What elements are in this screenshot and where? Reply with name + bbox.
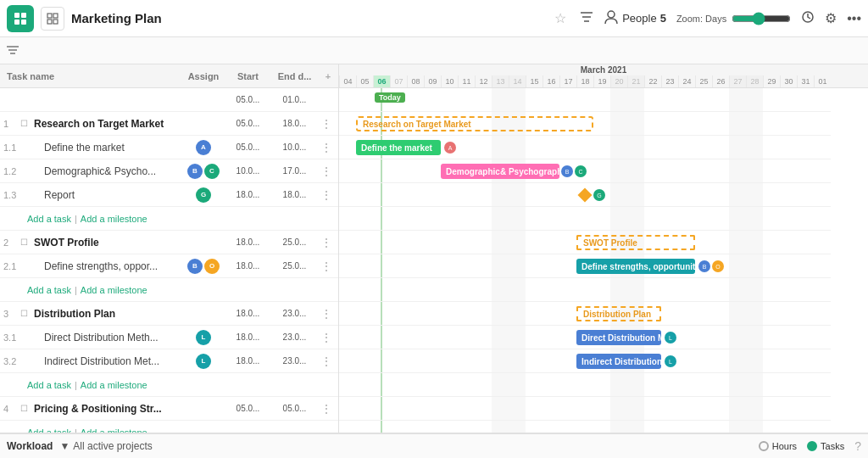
task-row[interactable]: 2.1 Define strengths, oppor... B O 18.0.… <box>0 254 338 278</box>
gantt-row: Define the marketA <box>339 136 831 159</box>
add-task-link[interactable]: Add a task <box>27 285 71 295</box>
gantt-bar[interactable]: Direct Distribution Methods <box>576 330 661 345</box>
hours-option[interactable]: Hours <box>759 441 797 451</box>
avatar: C <box>204 164 220 179</box>
column-headers: Task name Assign Start End d... + <box>0 64 338 88</box>
bar-avatar: O <box>712 260 724 272</box>
add-milestone-link[interactable]: Add a milestone <box>81 214 147 224</box>
svg-rect-4 <box>47 14 52 18</box>
task-row[interactable]: 3 ☐ Distribution Plan 18.0... 23.0... ⋮ <box>0 302 338 326</box>
gantt-bar[interactable]: Research on Target Market <box>356 116 593 131</box>
tasks-radio[interactable] <box>807 441 817 451</box>
grid-view-icon[interactable] <box>41 7 64 31</box>
gantt-row: Direct Distribution MethodsL <box>339 326 831 349</box>
avatar: L <box>196 354 211 369</box>
task-row[interactable]: 2 ☐ SWOT Profile 18.0... 25.0... ⋮ <box>0 231 338 254</box>
svg-point-11 <box>608 11 615 18</box>
avatar: B <box>187 164 203 179</box>
gantt-row <box>339 207 831 231</box>
add-task-row[interactable]: Add a task | Add a milestone <box>0 373 338 397</box>
svg-rect-2 <box>14 20 19 25</box>
svg-rect-0 <box>14 13 19 18</box>
task-row[interactable]: 3.1 Direct Distribution Meth... L 18.0..… <box>0 326 338 349</box>
task-rows: 05.0... 01.0... 1 ☐ Research on Target M… <box>0 88 338 433</box>
left-panel: Task name Assign Start End d... + 05.0..… <box>0 64 339 433</box>
bar-avatar: L <box>665 332 676 344</box>
workload-dropdown[interactable]: ▼ All active projects <box>59 440 152 452</box>
star-icon[interactable]: ☆ <box>554 10 566 26</box>
hours-radio[interactable] <box>759 441 769 451</box>
add-task-row[interactable]: Add a task | Add a milestone <box>0 207 338 231</box>
bar-avatar: B <box>698 260 710 272</box>
add-task-row[interactable]: Add a task | Add a milestone <box>0 278 338 302</box>
gantt-bar[interactable]: Indirect Distribution Methods <box>576 354 661 369</box>
add-milestone-link[interactable]: Add a milestone <box>81 380 147 390</box>
gantt-row: SWOT Profile <box>339 231 831 254</box>
gantt-row: G <box>339 183 831 207</box>
today-label: Today <box>375 92 405 103</box>
task-row[interactable]: 1 ☐ Research on Target Market 05.0... 18… <box>0 112 338 136</box>
help-icon[interactable]: ? <box>854 439 861 453</box>
gantt-bar[interactable]: Define the market <box>356 140 441 155</box>
sub-filter-btn[interactable] <box>7 45 19 57</box>
gantt-row: Define strengths, opportunities, wea...B… <box>339 254 831 278</box>
task-row[interactable]: 3.2 Indirect Distribution Met... L 18.0.… <box>0 349 338 373</box>
project-title: Marketing Plan <box>71 11 548 25</box>
gantt-bar[interactable]: SWOT Profile <box>576 235 695 250</box>
avatar: L <box>196 330 211 345</box>
gantt-body: TodayResearch on Target MarketDefine the… <box>339 88 831 433</box>
dropdown-arrow: ▼ <box>59 440 70 452</box>
gantt-row: Demographic& Psychographic ...BC <box>339 159 831 183</box>
gantt-row: Distribution Plan <box>339 302 831 326</box>
gantt-bar[interactable]: Distribution Plan <box>576 306 661 321</box>
zoom-label: Zoom: Days <box>676 14 726 24</box>
gantt-row <box>339 421 831 433</box>
gantt-bar[interactable]: Demographic& Psychographic ... <box>441 164 559 179</box>
gantt-row <box>339 373 831 397</box>
gantt-row <box>339 278 831 302</box>
avatar: A <box>196 140 211 155</box>
workload-options: Hours Tasks ? <box>759 439 861 453</box>
person-icon <box>604 9 619 27</box>
col-assign-header: Assign <box>182 71 225 81</box>
svg-rect-3 <box>21 20 26 25</box>
milestone-diamond <box>578 188 593 203</box>
add-task-link[interactable]: Add a task <box>27 214 71 224</box>
add-milestone-link[interactable]: Add a milestone <box>81 427 147 433</box>
add-milestone-link[interactable]: Add a milestone <box>81 285 147 295</box>
task-row[interactable]: 1.1 Define the market A 05.0... 10.0... … <box>0 136 338 159</box>
avatar: G <box>196 187 211 203</box>
gantt-header: March 2021040506070809101112131415161718… <box>339 64 868 88</box>
filter-icon[interactable] <box>580 11 593 26</box>
col-start-header: Start <box>225 71 271 81</box>
dropdown-label: All active projects <box>73 440 152 452</box>
add-task-link[interactable]: Add a task <box>27 380 71 390</box>
people-section[interactable]: People 5 <box>604 9 666 27</box>
gantt-row: Today <box>339 88 831 112</box>
more-icon[interactable]: ••• <box>847 11 861 26</box>
avatar: O <box>204 259 220 274</box>
tasks-option[interactable]: Tasks <box>807 441 844 451</box>
task-row[interactable]: 1.3 Report G 18.0... 18.0... ⋮ <box>0 183 338 207</box>
task-row[interactable]: 1.2 Demographic& Psycho... B C 10.0... 1… <box>0 159 338 183</box>
workload-label: Workload <box>7 440 53 452</box>
sub-header <box>0 37 868 64</box>
bar-avatar: B <box>561 165 573 177</box>
col-end-header: End d... <box>271 71 318 81</box>
task-row[interactable]: 4 ☐ Pricing & Positioning Str... 05.0...… <box>0 397 338 421</box>
bar-avatar: A <box>444 142 456 154</box>
date-row: 05.0... 01.0... <box>0 88 338 112</box>
col-add-btn[interactable]: + <box>318 71 338 81</box>
app-logo <box>7 5 34 32</box>
main-content: Task name Assign Start End d... + 05.0..… <box>0 64 868 433</box>
hours-label: Hours <box>772 441 797 451</box>
gantt-row: Indirect Distribution MethodsL <box>339 349 831 373</box>
col-task-header: Task name <box>0 71 182 81</box>
history-icon[interactable] <box>801 10 815 27</box>
zoom-slider[interactable] <box>732 12 791 25</box>
add-task-row[interactable]: Add a task | Add a milestone <box>0 421 338 433</box>
settings-icon[interactable]: ⚙ <box>825 10 837 26</box>
gantt-bar[interactable]: Define strengths, opportunities, wea... <box>576 259 695 274</box>
people-label: People <box>622 12 656 25</box>
add-task-link[interactable]: Add a task <box>27 427 71 433</box>
